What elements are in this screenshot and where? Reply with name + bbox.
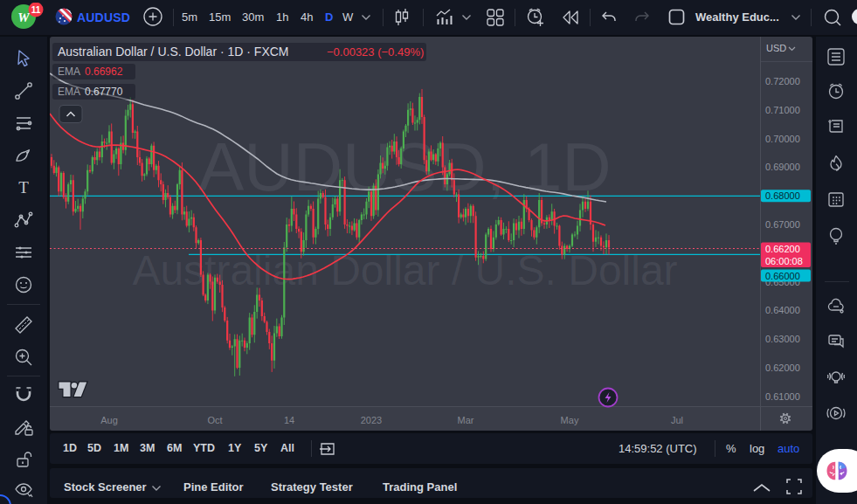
- svg-text:0.71000: 0.71000: [765, 105, 800, 115]
- svg-text:0.69000: 0.69000: [765, 162, 800, 172]
- svg-text:0.62000: 0.62000: [765, 362, 800, 373]
- svg-text:Mar: Mar: [458, 415, 474, 425]
- svg-text:0.66000: 0.66000: [765, 271, 800, 281]
- svg-text:EMA: EMA: [58, 86, 80, 98]
- svg-text:Oct: Oct: [207, 415, 222, 425]
- svg-text:0.64000: 0.64000: [765, 305, 800, 315]
- svg-text:Australian Dollar / U.S. Dolla: Australian Dollar / U.S. Dollar · 1D · F…: [58, 45, 289, 59]
- svg-text:0.66200: 0.66200: [765, 244, 800, 254]
- svg-text:0.72000: 0.72000: [765, 76, 800, 86]
- svg-text:0.66962: 0.66962: [85, 66, 123, 78]
- svg-text:0.70000: 0.70000: [765, 134, 800, 144]
- svg-text:−0.00323 (−0.49%): −0.00323 (−0.49%): [327, 45, 424, 59]
- svg-text:Jul: Jul: [671, 415, 683, 425]
- svg-text:0.67770: 0.67770: [85, 86, 123, 98]
- svg-text:W: W: [17, 10, 31, 24]
- svg-text:0.63000: 0.63000: [765, 334, 800, 344]
- svg-text:14: 14: [284, 415, 294, 425]
- svg-text:AUDUSD, 1D: AUDUSD, 1D: [198, 128, 611, 205]
- svg-text:0.61000: 0.61000: [765, 391, 800, 402]
- svg-text:EMA: EMA: [58, 66, 80, 78]
- svg-text:USD: USD: [766, 43, 786, 53]
- svg-text:May: May: [561, 415, 579, 425]
- svg-text:11: 11: [31, 5, 41, 15]
- svg-text:0.67000: 0.67000: [765, 219, 800, 230]
- svg-text:06:00:08: 06:00:08: [765, 256, 803, 266]
- svg-text:Aug: Aug: [100, 415, 118, 425]
- svg-text:2023: 2023: [361, 415, 382, 425]
- svg-text:T: T: [18, 178, 29, 197]
- svg-text:0.68000: 0.68000: [765, 190, 800, 201]
